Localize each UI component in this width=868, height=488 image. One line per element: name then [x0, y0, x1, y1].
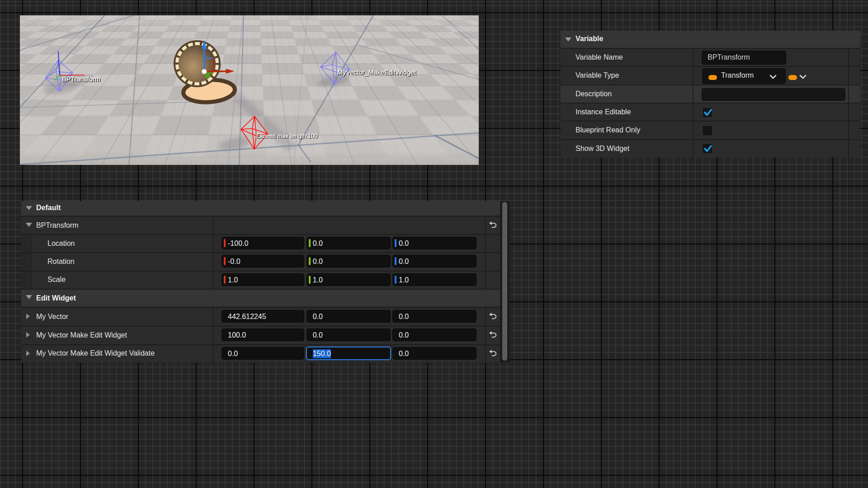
svg-text:Exceed max length:100: Exceed max length:100 — [256, 132, 318, 139]
svg-text:BPTransform: BPTransform — [62, 75, 100, 83]
svg-text:MyVector_MakeEditWidget: MyVector_MakeEditWidget — [337, 69, 416, 76]
